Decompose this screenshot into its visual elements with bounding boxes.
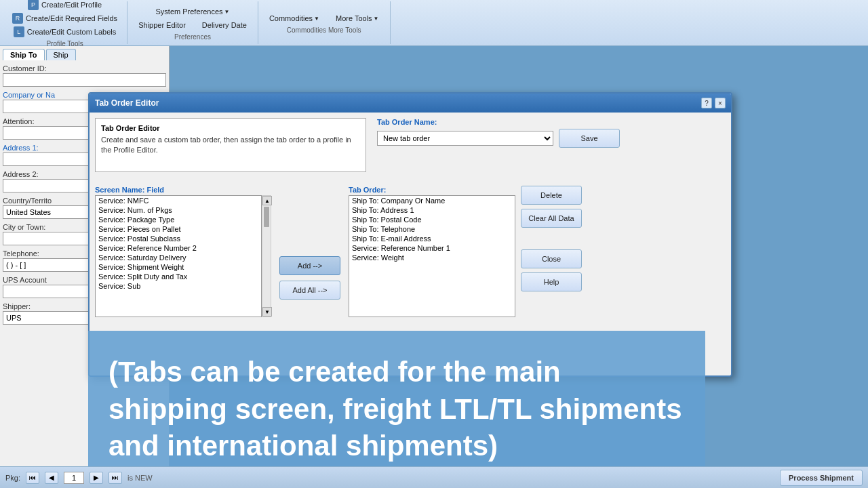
list-item[interactable]: Service: Pieces on Pallet: [96, 224, 261, 234]
more-tools-button[interactable]: More Tools ▼: [330, 12, 384, 25]
create-edit-labels-button[interactable]: L Create/Edit Custom Labels: [9, 25, 120, 39]
scrollbar-thumb[interactable]: [264, 207, 269, 227]
toolbar: P Create/Edit Profile R Create/Edit Requ…: [0, 0, 868, 46]
customer-id-field: Customer ID:: [3, 64, 166, 87]
delivery-date-button[interactable]: Delivery Date: [197, 18, 252, 32]
dialog-title-bar: Tab Order Editor ? ×: [90, 94, 731, 113]
list-item[interactable]: Service: Reference Number 2: [96, 243, 261, 253]
labels-icon: L: [14, 26, 24, 37]
system-pref-chevron-icon: ▼: [224, 9, 230, 15]
list-item[interactable]: Ship To: Postal Code: [349, 215, 515, 224]
close-button[interactable]: Close: [521, 249, 582, 268]
annotation-overlay: (Tabs can be created for the main shippi…: [88, 331, 705, 488]
add-button[interactable]: Add -->: [279, 256, 340, 275]
list-item[interactable]: Ship To: Telephone: [349, 224, 515, 234]
next-page-button[interactable]: ▶: [90, 472, 103, 484]
last-page-button[interactable]: ⏭: [108, 472, 122, 484]
tab-order-label: Tab Order:: [349, 186, 515, 194]
list-item[interactable]: Service: Sub: [96, 281, 261, 291]
create-edit-profile-button[interactable]: P Create/Edit Profile: [24, 0, 106, 12]
customer-id-label: Customer ID:: [3, 64, 166, 73]
list-item[interactable]: Service: NMFC: [96, 196, 261, 205]
main-area: Ship To Ship Customer ID: Company or Na …: [0, 46, 868, 488]
dialog-top-row: Tab Order Editor Create and save a custo…: [95, 118, 726, 172]
tab-order-name-label: Tab Order Name:: [377, 118, 620, 126]
shipper-editor-button[interactable]: Shipper Editor: [133, 18, 191, 32]
toolbar-group-preferences: System Preferences ▼ Shipper Editor Deli…: [127, 1, 258, 44]
annotation-text: (Tabs can be created for the main shippi…: [108, 354, 685, 465]
profile-icon: P: [28, 0, 39, 10]
customer-id-input[interactable]: [3, 73, 166, 87]
scroll-up-icon[interactable]: ▲: [262, 196, 272, 205]
tab-ship-to[interactable]: Ship To: [3, 49, 45, 60]
help-button[interactable]: Help: [521, 272, 582, 291]
tab-order-name-select[interactable]: New tab order: [377, 131, 553, 146]
create-edit-required-button[interactable]: R Create/Edit Required Fields: [8, 12, 121, 25]
tab-name-row: New tab order Save: [377, 129, 620, 148]
desc-box-title: Tab Order Editor: [101, 124, 360, 132]
tab-order-name-section: Tab Order Name: New tab order Save: [377, 118, 620, 148]
system-preferences-button[interactable]: System Preferences ▼: [151, 5, 235, 18]
list-item[interactable]: Service: Split Duty and Tax: [96, 272, 261, 281]
commodities-button[interactable]: Commodities ▼: [264, 12, 325, 25]
form-tabs: Ship To Ship: [3, 49, 166, 60]
delete-button[interactable]: Delete: [521, 186, 582, 205]
process-shipment-button[interactable]: Process Shipment: [780, 470, 863, 486]
save-button[interactable]: Save: [559, 129, 620, 148]
required-icon: R: [12, 13, 23, 24]
dialog-close-button[interactable]: ×: [715, 98, 726, 108]
clear-all-data-button[interactable]: Clear All Data: [521, 209, 582, 228]
more-tools-chevron-icon: ▼: [374, 16, 379, 22]
prev-page-button[interactable]: ◀: [45, 472, 58, 484]
list-item[interactable]: Ship To: E-mail Address: [349, 234, 515, 243]
list-item[interactable]: Service: Reference Number 1: [349, 243, 515, 253]
add-all-button[interactable]: Add All -->: [279, 281, 340, 300]
first-page-button[interactable]: ⏮: [26, 472, 39, 484]
pkg-label: Pkg:: [5, 474, 20, 482]
list-item[interactable]: Service: Saturday Delivery: [96, 253, 261, 262]
screen-name-list[interactable]: Service: NMFC Service: Num. of Pkgs Serv…: [95, 195, 262, 317]
desc-box-text: Create and save a custom tab order, then…: [101, 135, 360, 156]
list-item[interactable]: Ship To: Company Or Name: [349, 196, 515, 205]
list-item[interactable]: Ship To: Address 1: [349, 205, 515, 215]
toolbar-group-profile-tools: P Create/Edit Profile R Create/Edit Requ…: [3, 1, 127, 44]
preferences-label: Preferences: [174, 33, 211, 41]
list-item[interactable]: Service: Postal Subclass: [96, 234, 261, 243]
tab-order-list[interactable]: Ship To: Company Or Name Ship To: Addres…: [349, 195, 515, 317]
screen-list-scrollbar[interactable]: ▲ ▼: [262, 195, 271, 317]
screen-name-label: Screen Name: Field: [95, 186, 271, 194]
list-item[interactable]: Service: Num. of Pkgs: [96, 205, 261, 215]
list-item[interactable]: Service: Shipment Weight: [96, 262, 261, 272]
page-number-input[interactable]: [64, 472, 84, 484]
scroll-down-icon[interactable]: ▼: [262, 307, 272, 317]
bottom-bar: Pkg: ⏮ ◀ ▶ ⏭ is NEW Process Shipment: [0, 466, 868, 488]
commodities-chevron-icon: ▼: [314, 16, 319, 22]
dialog-help-button[interactable]: ?: [701, 98, 712, 108]
dialog-controls: ? ×: [701, 98, 726, 108]
dialog-title: Tab Order Editor: [95, 98, 159, 108]
tab-ship[interactable]: Ship: [46, 49, 76, 60]
commodities-more-label: Commodities More Tools: [287, 26, 361, 34]
toolbar-group-commodities: Commodities ▼ More Tools ▼ Commodities M…: [258, 1, 391, 44]
list-item[interactable]: Service: Weight: [349, 253, 515, 262]
new-status: is NEW: [127, 474, 153, 482]
description-box: Tab Order Editor Create and save a custo…: [95, 118, 366, 172]
list-item[interactable]: Service: Package Type: [96, 215, 261, 224]
